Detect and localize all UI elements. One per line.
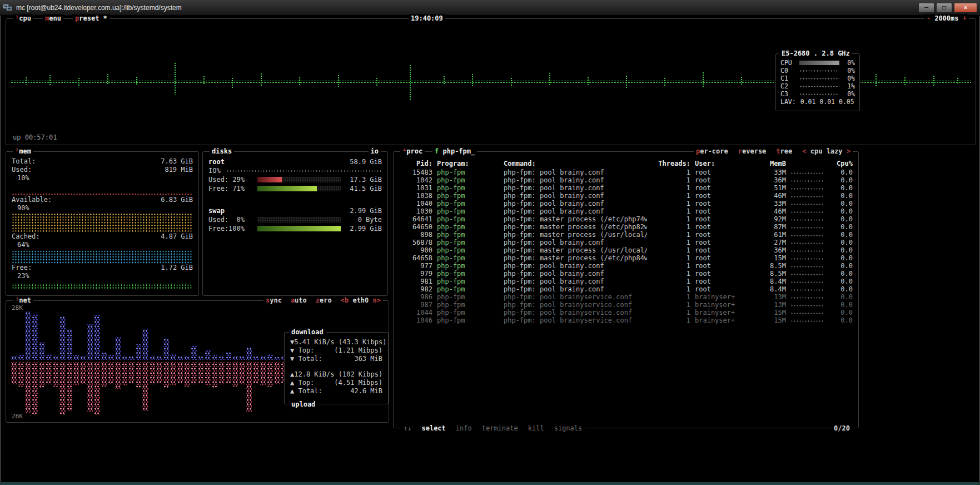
net-graph-column bbox=[18, 362, 23, 387]
column-command[interactable]: Command: bbox=[504, 160, 647, 167]
process-row[interactable]: 979php-fpmphp-fpm: pool brainy.conf1root… bbox=[400, 270, 853, 278]
process-row[interactable]: 986php-fpmphp-fpm: pool brainyservice.co… bbox=[400, 293, 853, 301]
update-interval: - 2000ms + bbox=[924, 14, 969, 22]
process-mem-graph bbox=[790, 241, 823, 245]
interface-selector[interactable]: <b eth0 n> bbox=[341, 296, 381, 304]
tab-auto[interactable]: auto bbox=[291, 296, 307, 304]
cpu-graph-spike bbox=[174, 62, 176, 95]
preset-button[interactable]: preset * bbox=[73, 14, 110, 22]
tab-per-core[interactable]: per-core bbox=[696, 147, 728, 155]
tab-reverse[interactable]: reverse bbox=[738, 147, 767, 155]
io-mode-button[interactable]: io bbox=[369, 147, 381, 155]
process-mem-graph bbox=[790, 319, 823, 323]
process-row[interactable]: 1030php-fpmphp-fpm: pool brainy.conf1roo… bbox=[400, 207, 853, 215]
cpu-graph-spike bbox=[625, 75, 628, 89]
upload-speed-row: ▲12.8 KiB/s (102 Kibps) bbox=[290, 370, 382, 379]
tab-sync[interactable]: sync bbox=[266, 296, 282, 304]
net-graph-column bbox=[218, 357, 224, 360]
net-graph-column bbox=[94, 362, 100, 415]
proc-footer: ↑↓ select info terminate kill signals bbox=[400, 424, 585, 432]
net-graph-column bbox=[177, 357, 183, 360]
select-arrows: ↑↓ bbox=[404, 424, 411, 432]
prev-interface-button[interactable]: <b bbox=[341, 296, 349, 304]
interval-increase-button[interactable]: + bbox=[963, 14, 967, 22]
net-graph-column bbox=[226, 362, 231, 383]
cpu-graph-spike bbox=[376, 77, 378, 86]
process-row[interactable]: 1031php-fpmphp-fpm: pool brainy.conf1roo… bbox=[400, 184, 853, 192]
process-row[interactable]: 987php-fpmphp-fpm: pool brainyservice.co… bbox=[400, 301, 853, 309]
process-row[interactable]: 1038php-fpmphp-fpm: pool brainy.conf1roo… bbox=[400, 192, 853, 200]
cpu-graph-spike bbox=[471, 73, 474, 86]
close-button[interactable]: × bbox=[954, 3, 977, 13]
cpu-graph-spike bbox=[136, 76, 138, 86]
cpu-graph-spike bbox=[443, 76, 445, 85]
disk-io-row: IO% bbox=[208, 166, 382, 175]
net-graph-column bbox=[11, 362, 17, 384]
net-graph-column bbox=[67, 362, 72, 411]
column-threads[interactable]: Threads: bbox=[651, 160, 690, 167]
process-row[interactable]: 64650php-fpmphp-fpm: master process (/et… bbox=[400, 223, 853, 231]
menu-button[interactable]: menu bbox=[43, 14, 63, 22]
net-graph-column bbox=[32, 362, 37, 415]
kill-action[interactable]: kill bbox=[528, 424, 544, 432]
process-row[interactable]: 1046php-fpmphp-fpm: pool brainyservice.c… bbox=[400, 316, 853, 324]
net-graph-column bbox=[184, 362, 190, 387]
window-controls: ─ □ × bbox=[918, 3, 977, 13]
download-total-row: ▼ Total:363 MiB bbox=[290, 355, 382, 363]
net-graph-column bbox=[115, 337, 121, 360]
cpu-graph-spike bbox=[49, 75, 51, 86]
column-pid[interactable]: Pid: bbox=[400, 160, 432, 167]
cpu-graph-spike bbox=[231, 77, 233, 88]
minimize-button[interactable]: ─ bbox=[918, 3, 934, 13]
net-graph-column bbox=[87, 324, 93, 360]
net-graph-column bbox=[87, 362, 93, 412]
net-graph-column bbox=[163, 362, 169, 388]
net-stats-panel: download upload ▼5.41 KiB/s (43.3 Kibps)… bbox=[284, 332, 389, 404]
cpu-graph-spike bbox=[337, 75, 340, 87]
process-row[interactable]: 900php-fpmphp-fpm: master process (/usr/… bbox=[400, 246, 853, 254]
process-mem-graph bbox=[790, 218, 823, 221]
process-row[interactable]: 981php-fpmphp-fpm: pool brainy.conf1root… bbox=[400, 278, 853, 285]
process-row[interactable]: 977php-fpmphp-fpm: pool brainy.conf1root… bbox=[400, 262, 853, 270]
sort-next-arrow[interactable]: > bbox=[847, 147, 850, 155]
interval-decrease-button[interactable]: - bbox=[927, 14, 931, 22]
process-row[interactable]: 64641php-fpmphp-fpm: master process (/et… bbox=[400, 215, 853, 223]
sort-selector[interactable]: < cpu lazy > bbox=[802, 147, 850, 155]
column-cpu[interactable]: Cpu% bbox=[827, 160, 853, 167]
tab-zero[interactable]: zero bbox=[316, 296, 332, 304]
info-action[interactable]: info bbox=[456, 424, 472, 432]
net-graph-column bbox=[232, 356, 238, 360]
select-action[interactable]: select bbox=[421, 424, 445, 432]
process-mem-graph bbox=[790, 187, 823, 190]
signals-action[interactable]: signals bbox=[554, 424, 583, 432]
process-filter[interactable]: f php-fpm_ bbox=[432, 147, 477, 155]
process-row[interactable]: 1040php-fpmphp-fpm: pool brainy.conf1roo… bbox=[400, 200, 853, 207]
net-graph-column bbox=[53, 356, 58, 360]
process-row[interactable]: 982php-fpmphp-fpm: pool brainy.conf1root… bbox=[400, 285, 853, 293]
process-row[interactable]: 15483php-fpmphp-fpm: pool brainy.conf1ro… bbox=[400, 169, 853, 176]
sort-prev-arrow[interactable]: < bbox=[802, 147, 806, 155]
process-row[interactable]: 64658php-fpmphp-fpm: master process (/et… bbox=[400, 254, 853, 262]
cpu-graph-spike bbox=[933, 75, 935, 86]
net-graph-column bbox=[53, 362, 58, 387]
process-row[interactable]: 898php-fpmphp-fpm: master process (/usr/… bbox=[400, 231, 853, 239]
mem-cached-row: Cached:4.87 GiB bbox=[12, 232, 193, 241]
column-user[interactable]: User: bbox=[695, 160, 753, 167]
maximize-button[interactable]: □ bbox=[936, 3, 952, 13]
process-row[interactable]: 56878php-fpmphp-fpm: pool brainy.conf1ro… bbox=[400, 239, 853, 246]
process-mem-graph bbox=[790, 171, 823, 175]
process-row[interactable]: 1042php-fpmphp-fpm: pool brainy.conf1roo… bbox=[400, 176, 853, 184]
terminate-action[interactable]: terminate bbox=[482, 424, 518, 432]
process-row[interactable]: 1044php-fpmphp-fpm: pool brainyservice.c… bbox=[400, 309, 853, 316]
net-graph-column bbox=[101, 362, 107, 387]
column-program[interactable]: Program: bbox=[437, 160, 499, 167]
disk-free-row: Free:100%2.99 GiB bbox=[208, 224, 382, 233]
column-mem[interactable]: MemB bbox=[757, 160, 786, 167]
net-graph-column bbox=[274, 362, 280, 384]
net-graph-column bbox=[226, 353, 231, 360]
net-graph-column bbox=[267, 362, 272, 387]
net-graph-column bbox=[73, 355, 79, 360]
next-interface-button[interactable]: n> bbox=[373, 296, 381, 304]
title-bar: mc [root@ub24.itdeveloper.com.ua]:/lib/s… bbox=[0, 0, 980, 16]
tab-tree[interactable]: tree bbox=[776, 147, 792, 155]
